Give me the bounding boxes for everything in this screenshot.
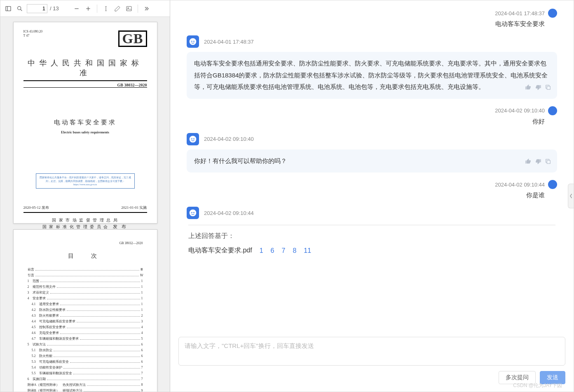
thumbs-down-icon[interactable]: [535, 83, 541, 95]
thin-rule: [23, 87, 147, 88]
text-cursor-icon[interactable]: [101, 4, 110, 13]
toc-dots: [70, 362, 140, 363]
toc-dots: [47, 299, 140, 299]
fabu-label: 发 布: [113, 224, 128, 229]
toc-list: 前言Ⅲ引言Ⅳ1 范围12 规范性引用文件13 术语和定义14 安全要求14.1 …: [28, 267, 143, 392]
chat-pane: 2024-04-01 17:48:37电动客车安全要求2024-04-01 17…: [170, 0, 574, 392]
source-divider: [188, 225, 555, 225]
issuer-line1: 国 家 市 场 监 督 管 理 总 局: [52, 218, 118, 222]
page-number-input[interactable]: [27, 4, 47, 13]
toc-page: 1: [141, 279, 143, 283]
user-message: 2024-04-02 09:10:40你好: [187, 106, 557, 126]
thumbs-up-icon[interactable]: [525, 157, 532, 169]
toc-dots: [47, 380, 140, 380]
toc-label: 5.2 防火性能: [32, 354, 52, 358]
toc-label: 前言: [28, 267, 34, 272]
toc-label: 4.6 充电安全要求: [32, 331, 59, 335]
toc-label: 4.5 控制系统安全要求: [32, 325, 66, 329]
toc-dots: [77, 322, 140, 322]
toc-row: 5.2 防火性能6: [28, 354, 143, 358]
toc-row: 1 范围1: [28, 279, 143, 283]
zoom-in-icon[interactable]: [84, 4, 93, 13]
svg-rect-16: [547, 160, 550, 163]
toc-label: 4.1 通用安全要求: [32, 302, 59, 306]
message-timestamp: 2024-04-02 09:10:40: [495, 107, 545, 114]
user-avatar-icon: [548, 180, 557, 189]
toc-row: 前言Ⅲ: [28, 267, 143, 272]
message-timestamp: 2024-04-02 09:10:40: [204, 136, 254, 142]
source-page-link[interactable]: 6: [271, 247, 274, 254]
sidebar-toggle-icon[interactable]: [4, 4, 13, 13]
toc-dots: [35, 276, 139, 276]
multi-question-button[interactable]: 多次提问: [499, 371, 536, 384]
expand-handle-icon[interactable]: [568, 184, 574, 208]
toc-dots: [47, 345, 140, 345]
svg-point-11: [193, 41, 194, 42]
toc-row: 5.1 防水防尘6: [28, 348, 143, 352]
toc-row: 4.7 车辆碰撞和翻滚后安全要求5: [28, 336, 143, 341]
toc-dots: [73, 374, 140, 374]
toolbar-divider: [97, 5, 97, 13]
toc-page: 7: [141, 366, 143, 369]
toc-label: 5.1 防水防尘: [32, 348, 52, 352]
source-page-link[interactable]: 7: [282, 247, 286, 254]
message-timestamp: 2024-04-02 09:10:44: [204, 210, 254, 216]
svg-point-2: [18, 6, 21, 9]
copy-icon[interactable]: [545, 83, 551, 95]
send-button[interactable]: 发送: [540, 371, 565, 384]
toc-dots: [54, 351, 140, 351]
bottom-rule: [23, 212, 147, 213]
more-tools-icon[interactable]: [142, 4, 151, 13]
user-message: 2024-04-01 17:48:37电动客车安全要求: [187, 9, 557, 28]
toc-label: 6 实施日期: [28, 377, 46, 381]
toc-row: 4.3 防火性能要求2: [28, 313, 143, 318]
toc-page: 2: [141, 314, 143, 317]
toc-dots: [40, 282, 140, 282]
toc-row: 4.4 可充电储能系统安全要求3: [28, 319, 143, 324]
bot-avatar-icon: [187, 207, 199, 219]
effective-date: 2021-01-01 实施: [121, 205, 147, 210]
copy-icon[interactable]: [545, 157, 551, 169]
bot-avatar-icon: [187, 35, 199, 48]
image-icon[interactable]: [124, 4, 134, 13]
toc-dots: [67, 310, 140, 311]
toc-label: 附录A（规范性附录） 热失控试验方法: [28, 383, 86, 387]
title-rule: [23, 80, 147, 81]
toc-label: 3 术语和定义: [28, 290, 49, 295]
page-total-label: / 13: [50, 5, 59, 12]
source-page-link[interactable]: 11: [304, 247, 311, 254]
svg-point-13: [190, 135, 197, 142]
toc-dots: [84, 391, 140, 392]
svg-point-9: [190, 38, 197, 45]
chat-scroll[interactable]: 2024-04-01 17:48:37电动客车安全要求2024-04-01 17…: [170, 0, 574, 333]
standard-code: GB 38032—2020: [23, 83, 147, 87]
document-title-cn: 电动客车安全要求: [23, 119, 147, 126]
thumbs-up-icon[interactable]: [525, 83, 532, 95]
bot-message-text: 电动客车安全要求包括通用安全要求、防水防尘性能要求、防火要求、可充电储能系统要求…: [194, 60, 548, 90]
toc-label: 4.7 车辆碰撞和翻滚后安全要求: [32, 336, 79, 341]
svg-point-19: [193, 212, 194, 213]
svg-line-3: [21, 9, 22, 11]
source-page-link[interactable]: 1: [260, 247, 263, 254]
toc-row: 2 规范性引用文件1: [28, 285, 143, 289]
issuer-line2: 国 家 标 准 化 管 理 委 员 会: [42, 224, 109, 229]
svg-point-17: [190, 210, 197, 217]
toc-page: 1: [141, 308, 143, 312]
chat-input[interactable]: [178, 337, 565, 366]
notice-box: 国家标准化公共服务平台：找不到您需要的？大家不，读专之列，找其保证，完工成列，走…: [36, 173, 135, 189]
source-page-link[interactable]: 8: [293, 247, 296, 254]
toc-dots: [60, 334, 140, 334]
search-icon[interactable]: [15, 4, 24, 13]
pdf-toolbar: / 13: [0, 0, 170, 17]
thumbs-down-icon[interactable]: [535, 157, 541, 169]
toc-label: 5.5 车辆碰撞和翻滚后安全: [32, 371, 72, 376]
toc-row: 5 试验方法6: [28, 342, 143, 347]
toc-dots: [60, 316, 140, 317]
toc-row: 4.6 充电安全要求4: [28, 331, 143, 335]
draw-icon[interactable]: [113, 4, 122, 13]
page2-code: GB 38032—2020: [28, 241, 143, 245]
zoom-out-icon[interactable]: [72, 4, 81, 13]
toc-page: 5: [141, 337, 143, 341]
svg-rect-0: [6, 6, 11, 11]
pdf-page-scroll[interactable]: ICS 43.080.20 T 47 GB 中华人民共和国国家标准 GB 380…: [0, 17, 170, 392]
